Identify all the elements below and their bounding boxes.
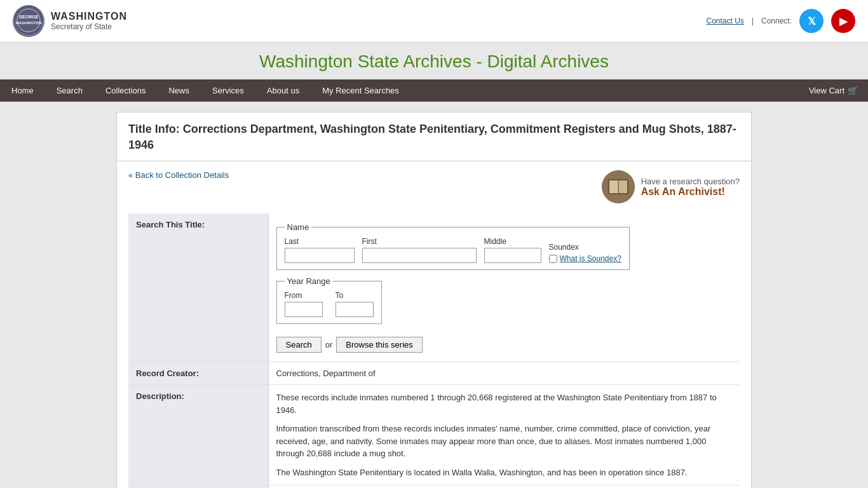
description-para3: The Washington State Penitentiary is loc… <box>276 466 733 479</box>
first-label: First <box>362 237 477 246</box>
nav-search[interactable]: Search <box>45 79 94 102</box>
middle-name-input[interactable] <box>484 248 541 263</box>
nav-news[interactable]: News <box>157 79 201 102</box>
label-description: Description: <box>128 385 268 485</box>
soundex-checkbox-row: What is Soundex? <box>549 254 621 263</box>
youtube-button[interactable]: ▶ <box>831 9 855 33</box>
cart-icon: 🛒 <box>848 86 858 95</box>
page-title: Title Info: Corrections Department, Wash… <box>117 112 751 161</box>
wa-state-text: WASHINGTON Secretary of State <box>51 11 127 31</box>
search-button[interactable]: Search <box>276 337 322 353</box>
middle-label: Middle <box>484 237 541 246</box>
page-header: GEORGE WASHINGTON WASHINGTON Secretary o… <box>0 0 868 43</box>
label-record-creator: Record Creator: <box>128 362 268 385</box>
main-navigation: Home Search Collections News Services Ab… <box>0 79 868 102</box>
browse-series-button[interactable]: Browse this series <box>336 337 422 353</box>
state-name: WASHINGTON <box>51 11 127 22</box>
soundex-label: Soundex <box>549 243 621 252</box>
cell-related: For more information, or to learn about … <box>268 485 740 488</box>
soundex-link[interactable]: What is Soundex? <box>560 254 621 263</box>
year-range-fieldset-wrapper: Year Range From To <box>276 276 733 330</box>
cart-label: View Cart <box>809 86 844 95</box>
year-row: From To <box>285 291 374 317</box>
svg-text:GEORGE: GEORGE <box>19 15 39 19</box>
top-row: « Back to Collection Details Have a rese… <box>128 170 740 203</box>
to-year-field: To <box>336 291 374 317</box>
svg-rect-6 <box>609 180 618 193</box>
cell-record-creator: Corrections, Department of <box>268 362 740 385</box>
separator: | <box>752 17 754 25</box>
main-content: Title Info: Corrections Department, Wash… <box>116 112 752 488</box>
nav-collections[interactable]: Collections <box>94 79 158 102</box>
label-related: Related Records: <box>128 485 268 488</box>
soundex-section: Soundex What is Soundex? <box>549 243 621 263</box>
name-fieldset: Name Last First <box>276 222 630 270</box>
connect-label: Connect: <box>761 17 792 25</box>
label-search: Search This Title: <box>128 214 268 362</box>
archivist-cta[interactable]: Ask An Archivist! <box>641 186 725 197</box>
contact-us-link[interactable]: Contact Us <box>706 17 743 25</box>
archivist-icon <box>602 170 635 203</box>
name-row: Last First Middle <box>285 237 621 263</box>
nav-services[interactable]: Services <box>201 79 255 102</box>
youtube-icon: ▶ <box>839 15 847 27</box>
nav-recent-searches[interactable]: My Recent Searches <box>311 79 410 102</box>
year-range-fieldset: Year Range From To <box>276 276 382 324</box>
svg-point-0 <box>13 5 44 36</box>
archivist-question: Have a research question? <box>641 177 740 186</box>
table-row-related: Related Records: For more information, o… <box>128 485 740 488</box>
first-name-input[interactable] <box>362 248 477 263</box>
name-legend: Name <box>285 222 312 232</box>
info-table: Search This Title: Name Last <box>128 214 740 488</box>
from-year-field: From <box>285 291 323 317</box>
wa-state-logo: GEORGE WASHINGTON <box>13 5 44 37</box>
or-text: or <box>325 340 333 349</box>
cell-description: These records include inmates numbered 1… <box>268 385 740 485</box>
header-right: Contact Us | Connect: 𝕏 ▶ <box>706 9 855 33</box>
table-row-description: Description: These records include inmat… <box>128 385 740 485</box>
svg-text:WASHINGTON: WASHINGTON <box>15 21 41 25</box>
cell-search: Name Last First <box>268 214 740 362</box>
twitter-icon: 𝕏 <box>808 15 816 27</box>
nav-about[interactable]: About us <box>255 79 311 102</box>
year-range-legend: Year Range <box>285 276 333 286</box>
first-name-field: First <box>362 237 477 263</box>
logo-inner: GEORGE WASHINGTON <box>13 5 44 37</box>
description-para2: Information transcribed from these recor… <box>276 423 733 460</box>
back-to-collection-link[interactable]: « Back to Collection Details <box>128 170 229 180</box>
description-para1: These records include inmates numbered 1… <box>276 391 733 416</box>
middle-name-field: Middle <box>484 237 541 263</box>
header-left: GEORGE WASHINGTON WASHINGTON Secretary o… <box>13 5 127 37</box>
last-label: Last <box>285 237 355 246</box>
search-actions: Search or Browse this series <box>276 337 733 353</box>
site-title: Washington State Archives - Digital Arch… <box>0 43 868 79</box>
from-label: From <box>285 291 323 300</box>
last-name-field: Last <box>285 237 355 263</box>
to-year-input[interactable] <box>336 302 374 317</box>
view-cart-button[interactable]: View Cart 🛒 <box>799 79 868 102</box>
svg-rect-7 <box>619 180 627 193</box>
table-row-record-creator: Record Creator: Corrections, Department … <box>128 362 740 385</box>
from-year-input[interactable] <box>285 302 323 317</box>
twitter-button[interactable]: 𝕏 <box>799 9 824 33</box>
table-row-search: Search This Title: Name Last <box>128 214 740 362</box>
soundex-checkbox[interactable] <box>549 255 557 263</box>
name-fieldset-wrapper: Name Last First <box>276 222 733 276</box>
search-form: Name Last First <box>276 220 733 355</box>
last-name-input[interactable] <box>285 248 355 263</box>
content-area: « Back to Collection Details Have a rese… <box>117 161 751 488</box>
state-subtitle: Secretary of State <box>51 22 127 31</box>
archivist-text: Have a research question? Ask An Archivi… <box>641 177 740 198</box>
to-label: To <box>336 291 374 300</box>
archivist-box: Have a research question? Ask An Archivi… <box>602 170 740 203</box>
nav-home[interactable]: Home <box>0 79 45 102</box>
